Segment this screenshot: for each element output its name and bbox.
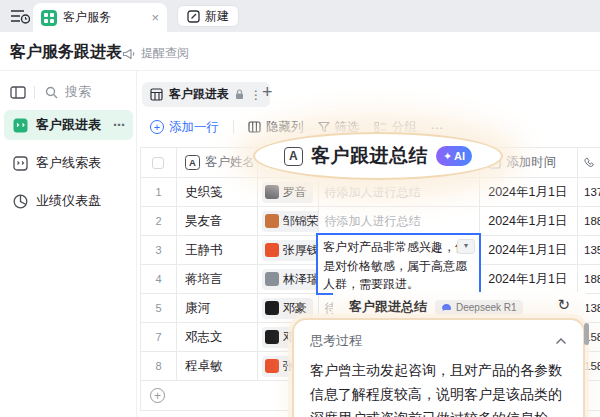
cell-phone[interactable]: 137 bbox=[578, 178, 600, 206]
cell-date[interactable]: 2024年1月1日 bbox=[480, 178, 578, 206]
person-name: 邓豪 bbox=[283, 300, 307, 317]
app-window: 客户服务 × 新建 客户服务跟进表 提醒查阅 搜索 bbox=[0, 0, 600, 417]
column-header-phone[interactable] bbox=[578, 148, 600, 177]
sidebar-item-leads-table[interactable]: 客户线索表 bbox=[4, 148, 133, 178]
browser-tab-bar: 客户服务 × 新建 bbox=[0, 0, 600, 32]
chevron-up-icon[interactable] bbox=[555, 337, 567, 345]
new-tab-label: 新建 bbox=[205, 8, 229, 25]
grid-view-icon bbox=[150, 88, 163, 101]
cell-customer-name[interactable]: 程卓敏 bbox=[177, 352, 258, 380]
cell-person[interactable]: 罗音 bbox=[258, 178, 319, 206]
search-icon bbox=[45, 86, 58, 99]
person-name: 邹锦荣 bbox=[283, 213, 319, 230]
person-chip[interactable]: 林泽瑞 bbox=[262, 269, 319, 290]
person-chip[interactable]: 罗音 bbox=[262, 182, 313, 203]
text-field-icon: A bbox=[185, 155, 200, 170]
row-number: 4 bbox=[141, 265, 177, 293]
funnel-icon bbox=[318, 121, 330, 133]
cell-customer-name[interactable]: 史织笺 bbox=[177, 178, 258, 206]
table-row[interactable]: 1 史织笺 罗音 待添加人进行总结 2024年1月1日 137 bbox=[141, 178, 600, 207]
add-row-plus-icon[interactable]: + bbox=[150, 388, 165, 403]
ai-badge: ✦AI bbox=[436, 146, 472, 166]
cell-phone[interactable]: 188 bbox=[578, 207, 600, 235]
row-number: 3 bbox=[141, 236, 177, 264]
tab-customer-service[interactable]: 客户服务 × bbox=[33, 3, 167, 32]
view-name: 客户跟进表 bbox=[169, 86, 229, 103]
collapse-sidebar-icon[interactable] bbox=[10, 86, 26, 99]
popup-scrollbar-thumb[interactable] bbox=[584, 323, 589, 345]
ai-column-title: 客户跟进总结 bbox=[311, 143, 428, 169]
row-number: 2 bbox=[141, 207, 177, 235]
compose-icon bbox=[187, 10, 200, 23]
spotlight-ai-column-header[interactable]: A 客户跟进总结 ✦AI bbox=[253, 132, 503, 180]
thinking-section-title: 思考过程 bbox=[310, 332, 362, 350]
person-chip[interactable]: 邓豪 bbox=[262, 298, 313, 319]
deepseek-whale-icon bbox=[441, 303, 452, 311]
search-input[interactable]: 搜索 bbox=[45, 83, 91, 101]
table-row[interactable]: 2 昊友音 邹锦荣 待添加人进行总结 2024年1月1日 188 bbox=[141, 207, 600, 236]
hide-columns-button[interactable]: 隐藏列 bbox=[248, 119, 304, 136]
cell-date[interactable]: 2024年1月1日 bbox=[480, 236, 578, 264]
person-chip[interactable]: 张厚钱 bbox=[262, 240, 319, 261]
cell-customer-name[interactable]: 蒋培言 bbox=[177, 265, 258, 293]
cell-summary[interactable]: 待添加人进行总结 bbox=[319, 178, 481, 206]
phone-icon bbox=[584, 157, 596, 169]
plus-circle-icon: + bbox=[150, 120, 164, 134]
cell-customer-name[interactable]: 王静书 bbox=[177, 236, 258, 264]
cell-person[interactable]: 林泽瑞 bbox=[258, 265, 319, 293]
cell-phone[interactable]: 135 bbox=[578, 236, 600, 264]
cell-customer-name[interactable]: 昊友音 bbox=[177, 207, 258, 235]
sidebar-item-dashboard[interactable]: 业绩仪表盘 bbox=[4, 186, 133, 216]
page-title: 客户服务跟进表 bbox=[10, 42, 122, 63]
cell-date[interactable]: 2024年1月1日 bbox=[480, 207, 578, 235]
avatar bbox=[265, 359, 279, 373]
cell-customer-name[interactable]: 康河 bbox=[177, 294, 258, 322]
person-name: 张厚钱 bbox=[283, 242, 319, 259]
divider bbox=[233, 120, 234, 134]
view-kebab-icon[interactable]: ⋮ bbox=[250, 88, 262, 102]
columns-icon bbox=[248, 121, 261, 133]
avatar bbox=[265, 330, 279, 344]
cell-person[interactable]: 邹锦荣 bbox=[258, 207, 319, 235]
refresh-icon[interactable]: ↻ bbox=[557, 296, 570, 314]
sidebar-item-label: 客户跟进表 bbox=[36, 116, 101, 134]
cell-person[interactable]: 张厚钱 bbox=[258, 236, 319, 264]
view-tab-grid[interactable]: 客户跟进表 ⋮ bbox=[142, 82, 270, 107]
remind-review-button[interactable]: 提醒查阅 bbox=[122, 45, 189, 62]
cell-summary[interactable]: 待添加人进行总结 bbox=[319, 207, 481, 235]
table-outline-icon bbox=[12, 155, 28, 171]
close-tab-icon[interactable]: × bbox=[151, 10, 159, 25]
ai-thinking-panel: 思考过程 客户曾主动发起咨询，且对产品的各参数信息了解程度较高，说明客户是该品类… bbox=[292, 318, 585, 417]
megaphone-icon bbox=[122, 48, 136, 60]
divider bbox=[34, 86, 35, 99]
tab-title: 客户服务 bbox=[63, 9, 145, 26]
new-tab-button[interactable]: 新建 bbox=[177, 5, 239, 27]
row-number: 8 bbox=[141, 352, 177, 380]
bitable-logo-icon bbox=[41, 10, 57, 26]
document-header: 客户服务跟进表 提醒查阅 bbox=[0, 32, 600, 71]
recent-menu-icon[interactable] bbox=[10, 9, 30, 24]
person-name: 罗音 bbox=[283, 184, 307, 201]
avatar bbox=[265, 214, 279, 228]
cell-customer-name[interactable]: 邓志文 bbox=[177, 323, 258, 351]
toolbar-more-button[interactable]: ⋯ bbox=[431, 120, 444, 135]
person-chip[interactable]: 邹锦荣 bbox=[262, 211, 319, 232]
text-field-icon: A bbox=[284, 147, 303, 166]
selected-cell-text: 客户对产品非常感兴趣，但是对价格敏感，属于高意愿人群，需要跟进。 bbox=[323, 240, 467, 291]
sidebar: 搜索 客户跟进表 ⋯ 客户线索表 业绩仪表盘 bbox=[0, 71, 137, 417]
cell-phone[interactable]: 188 bbox=[578, 265, 600, 293]
avatar bbox=[265, 185, 279, 199]
sidebar-item-follow-table[interactable]: 客户跟进表 ⋯ bbox=[4, 110, 133, 140]
sidebar-item-label: 客户线索表 bbox=[36, 154, 101, 172]
add-view-button[interactable]: + bbox=[262, 82, 273, 103]
cell-dropdown-button[interactable]: ▾ bbox=[457, 239, 475, 254]
select-all-checkbox[interactable] bbox=[152, 157, 164, 169]
more-icon[interactable]: ⋯ bbox=[113, 118, 125, 132]
selected-ai-summary-cell[interactable]: 客户对产品非常感兴趣，但是对价格敏感，属于高意愿人群，需要跟进。 ▾ bbox=[316, 233, 481, 295]
cell-date[interactable]: 2024年1月1日 bbox=[480, 265, 578, 293]
column-header-name[interactable]: A 客户姓名 bbox=[177, 148, 258, 177]
remind-label: 提醒查阅 bbox=[141, 45, 189, 62]
add-row-button[interactable]: + 添加一行 bbox=[150, 119, 219, 136]
lock-icon bbox=[235, 89, 244, 100]
row-number: 1 bbox=[141, 178, 177, 206]
